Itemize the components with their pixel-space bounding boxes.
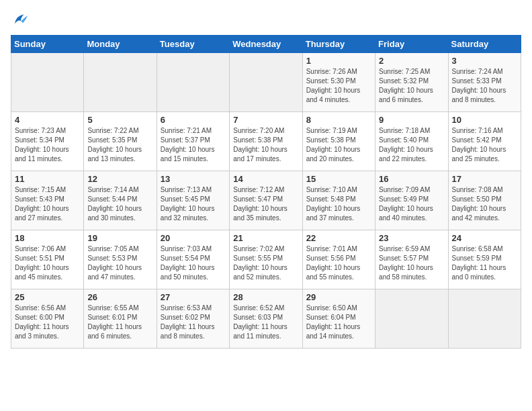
day-number: 3 [452, 56, 517, 66]
day-info: Sunrise: 6:53 AM Sunset: 6:02 PM Dayligh… [161, 304, 226, 341]
calendar-cell [84, 53, 157, 112]
calendar-cell: 19Sunrise: 7:05 AM Sunset: 5:53 PM Dayli… [84, 230, 157, 289]
calendar-cell: 1Sunrise: 7:26 AM Sunset: 5:30 PM Daylig… [302, 53, 375, 112]
day-number: 5 [87, 115, 152, 125]
day-info: Sunrise: 7:02 AM Sunset: 5:55 PM Dayligh… [233, 244, 298, 282]
calendar-cell: 4Sunrise: 7:23 AM Sunset: 5:34 PM Daylig… [11, 112, 84, 171]
day-number: 19 [87, 233, 152, 243]
calendar-cell: 24Sunrise: 6:58 AM Sunset: 5:59 PM Dayli… [448, 230, 521, 289]
calendar-cell: 29Sunrise: 6:50 AM Sunset: 6:04 PM Dayli… [302, 289, 375, 349]
calendar-cell [375, 289, 448, 349]
calendar-week-row: 25Sunrise: 6:56 AM Sunset: 6:00 PM Dayli… [11, 289, 521, 349]
day-info: Sunrise: 7:10 AM Sunset: 5:48 PM Dayligh… [306, 185, 371, 223]
day-info: Sunrise: 7:01 AM Sunset: 5:56 PM Dayligh… [306, 244, 371, 282]
day-info: Sunrise: 7:21 AM Sunset: 5:37 PM Dayligh… [161, 126, 226, 164]
calendar-cell: 10Sunrise: 7:16 AM Sunset: 5:42 PM Dayli… [448, 112, 521, 171]
day-info: Sunrise: 7:22 AM Sunset: 5:35 PM Dayligh… [87, 126, 152, 164]
calendar-cell [11, 53, 84, 112]
day-number: 4 [15, 115, 80, 125]
day-info: Sunrise: 7:23 AM Sunset: 5:34 PM Dayligh… [15, 126, 80, 164]
weekday-header-saturday: Saturday [448, 36, 521, 53]
day-info: Sunrise: 7:18 AM Sunset: 5:40 PM Dayligh… [379, 126, 444, 164]
calendar-cell: 8Sunrise: 7:19 AM Sunset: 5:38 PM Daylig… [302, 112, 375, 171]
day-info: Sunrise: 7:08 AM Sunset: 5:50 PM Dayligh… [452, 185, 517, 223]
calendar-week-row: 11Sunrise: 7:15 AM Sunset: 5:43 PM Dayli… [11, 171, 521, 230]
calendar-cell: 17Sunrise: 7:08 AM Sunset: 5:50 PM Dayli… [448, 171, 521, 230]
day-number: 1 [306, 56, 371, 66]
day-info: Sunrise: 7:12 AM Sunset: 5:47 PM Dayligh… [233, 185, 298, 223]
day-number: 6 [161, 115, 226, 125]
weekday-header-friday: Friday [375, 36, 448, 53]
day-number: 23 [379, 233, 444, 243]
weekday-header-tuesday: Tuesday [157, 36, 229, 53]
calendar-cell: 25Sunrise: 6:56 AM Sunset: 6:00 PM Dayli… [11, 289, 84, 349]
calendar-cell: 22Sunrise: 7:01 AM Sunset: 5:56 PM Dayli… [302, 230, 375, 289]
day-number: 25 [15, 292, 80, 302]
day-number: 7 [233, 115, 298, 125]
calendar-cell: 3Sunrise: 7:24 AM Sunset: 5:33 PM Daylig… [448, 53, 521, 112]
calendar-cell: 27Sunrise: 6:53 AM Sunset: 6:02 PM Dayli… [157, 289, 229, 349]
day-number: 12 [87, 174, 152, 184]
day-number: 21 [233, 233, 298, 243]
day-number: 20 [161, 233, 226, 243]
day-number: 9 [379, 115, 444, 125]
day-info: Sunrise: 7:14 AM Sunset: 5:44 PM Dayligh… [87, 185, 152, 223]
day-number: 11 [15, 174, 80, 184]
day-info: Sunrise: 7:13 AM Sunset: 5:45 PM Dayligh… [161, 185, 226, 223]
day-number: 29 [306, 292, 371, 302]
calendar-week-row: 4Sunrise: 7:23 AM Sunset: 5:34 PM Daylig… [11, 112, 521, 171]
calendar-cell: 20Sunrise: 7:03 AM Sunset: 5:54 PM Dayli… [157, 230, 229, 289]
day-info: Sunrise: 6:55 AM Sunset: 6:01 PM Dayligh… [87, 304, 152, 341]
day-info: Sunrise: 6:59 AM Sunset: 5:57 PM Dayligh… [379, 244, 444, 282]
calendar-cell: 7Sunrise: 7:20 AM Sunset: 5:38 PM Daylig… [230, 112, 302, 171]
logo-bird-icon [11, 11, 30, 30]
day-info: Sunrise: 6:50 AM Sunset: 6:04 PM Dayligh… [306, 304, 371, 341]
calendar-cell: 18Sunrise: 7:06 AM Sunset: 5:51 PM Dayli… [11, 230, 84, 289]
calendar-cell: 13Sunrise: 7:13 AM Sunset: 5:45 PM Dayli… [157, 171, 229, 230]
calendar-cell: 28Sunrise: 6:52 AM Sunset: 6:03 PM Dayli… [230, 289, 302, 349]
calendar-cell: 15Sunrise: 7:10 AM Sunset: 5:48 PM Dayli… [302, 171, 375, 230]
page-header [11, 11, 521, 30]
day-number: 24 [452, 233, 517, 243]
calendar-cell: 12Sunrise: 7:14 AM Sunset: 5:44 PM Dayli… [84, 171, 157, 230]
calendar-week-row: 1Sunrise: 7:26 AM Sunset: 5:30 PM Daylig… [11, 53, 521, 112]
calendar-cell: 6Sunrise: 7:21 AM Sunset: 5:37 PM Daylig… [157, 112, 229, 171]
day-number: 26 [87, 292, 152, 302]
day-number: 27 [161, 292, 226, 302]
weekday-header-monday: Monday [84, 36, 157, 53]
day-info: Sunrise: 7:09 AM Sunset: 5:49 PM Dayligh… [379, 185, 444, 223]
day-info: Sunrise: 7:26 AM Sunset: 5:30 PM Dayligh… [306, 67, 371, 105]
day-number: 14 [233, 174, 298, 184]
day-info: Sunrise: 7:06 AM Sunset: 5:51 PM Dayligh… [15, 244, 80, 282]
calendar-cell: 26Sunrise: 6:55 AM Sunset: 6:01 PM Dayli… [84, 289, 157, 349]
day-number: 15 [306, 174, 371, 184]
day-number: 22 [306, 233, 371, 243]
day-number: 2 [379, 56, 444, 66]
calendar-week-row: 18Sunrise: 7:06 AM Sunset: 5:51 PM Dayli… [11, 230, 521, 289]
day-info: Sunrise: 7:19 AM Sunset: 5:38 PM Dayligh… [306, 126, 371, 164]
day-number: 16 [379, 174, 444, 184]
day-info: Sunrise: 7:03 AM Sunset: 5:54 PM Dayligh… [161, 244, 226, 282]
calendar-cell [230, 53, 302, 112]
calendar-cell: 21Sunrise: 7:02 AM Sunset: 5:55 PM Dayli… [230, 230, 302, 289]
day-info: Sunrise: 7:15 AM Sunset: 5:43 PM Dayligh… [15, 185, 80, 223]
calendar-cell: 9Sunrise: 7:18 AM Sunset: 5:40 PM Daylig… [375, 112, 448, 171]
day-number: 8 [306, 115, 371, 125]
weekday-header-thursday: Thursday [302, 36, 375, 53]
day-info: Sunrise: 7:16 AM Sunset: 5:42 PM Dayligh… [452, 126, 517, 164]
day-number: 18 [15, 233, 80, 243]
calendar-cell: 23Sunrise: 6:59 AM Sunset: 5:57 PM Dayli… [375, 230, 448, 289]
calendar-table: SundayMondayTuesdayWednesdayThursdayFrid… [11, 35, 521, 349]
day-info: Sunrise: 7:05 AM Sunset: 5:53 PM Dayligh… [87, 244, 152, 282]
day-info: Sunrise: 6:56 AM Sunset: 6:00 PM Dayligh… [15, 304, 80, 341]
day-info: Sunrise: 7:20 AM Sunset: 5:38 PM Dayligh… [233, 126, 298, 164]
day-number: 13 [161, 174, 226, 184]
weekday-header-wednesday: Wednesday [230, 36, 302, 53]
day-info: Sunrise: 6:58 AM Sunset: 5:59 PM Dayligh… [452, 244, 517, 282]
day-info: Sunrise: 6:52 AM Sunset: 6:03 PM Dayligh… [233, 304, 298, 341]
calendar-cell: 11Sunrise: 7:15 AM Sunset: 5:43 PM Dayli… [11, 171, 84, 230]
calendar-cell: 5Sunrise: 7:22 AM Sunset: 5:35 PM Daylig… [84, 112, 157, 171]
calendar-cell: 14Sunrise: 7:12 AM Sunset: 5:47 PM Dayli… [230, 171, 302, 230]
day-number: 28 [233, 292, 298, 302]
day-info: Sunrise: 7:24 AM Sunset: 5:33 PM Dayligh… [452, 67, 517, 105]
